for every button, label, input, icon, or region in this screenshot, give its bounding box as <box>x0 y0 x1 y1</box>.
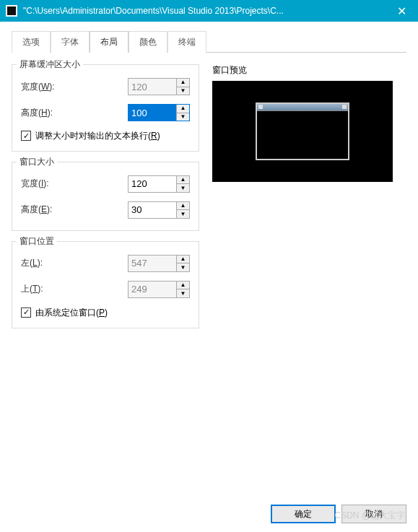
spin-down-icon[interactable]: ▼ <box>177 184 189 192</box>
group-winsize-title: 窗口大小 <box>17 156 57 168</box>
preview-window <box>256 103 349 160</box>
tab-strip: 选项 字体 布局 颜色 终端 <box>12 30 406 53</box>
spin-down-icon[interactable]: ▼ <box>177 113 189 121</box>
buffer-width-input[interactable] <box>129 79 176 95</box>
buffer-height-input[interactable] <box>129 105 176 121</box>
spin-down-icon[interactable]: ▼ <box>177 263 189 271</box>
group-buffer-size: 屏幕缓冲区大小 宽度(W): ▲ ▼ 高度(H): <box>12 64 199 152</box>
winpos-top-spinner[interactable]: ▲ ▼ <box>128 281 190 298</box>
tab-options[interactable]: 选项 <box>12 31 51 53</box>
spin-up-icon[interactable]: ▲ <box>177 105 189 113</box>
system-position-checkbox[interactable]: ✓ <box>21 308 31 318</box>
button-bar: 确定 取消 <box>271 505 406 523</box>
spin-up-icon[interactable]: ▲ <box>177 256 189 264</box>
spin-down-icon[interactable]: ▼ <box>177 289 189 297</box>
group-winpos-title: 窗口位置 <box>17 235 57 248</box>
buffer-width-label: 宽度(W): <box>21 81 128 93</box>
winsize-width-spinner[interactable]: ▲ ▼ <box>128 175 190 193</box>
winpos-left-label: 左(L): <box>21 257 128 269</box>
winpos-top-input[interactable] <box>129 282 176 297</box>
tab-color[interactable]: 颜色 <box>129 31 167 53</box>
close-button[interactable]: ✕ <box>386 0 418 22</box>
console-icon <box>6 5 17 17</box>
titlebar: "C:\Users\Administrator\Documents\Visual… <box>0 0 418 22</box>
buffer-height-spinner[interactable]: ▲ ▼ <box>128 104 190 121</box>
winsize-height-label: 高度(E): <box>21 204 128 216</box>
winpos-left-spinner[interactable]: ▲ ▼ <box>128 255 190 272</box>
winsize-height-spinner[interactable]: ▲ ▼ <box>128 201 190 219</box>
window-preview <box>212 81 393 182</box>
group-window-size: 窗口大小 宽度(I): ▲ ▼ 高度(E): <box>12 162 199 231</box>
spin-down-icon[interactable]: ▼ <box>177 87 189 95</box>
spin-up-icon[interactable]: ▲ <box>177 79 189 87</box>
spin-up-icon[interactable]: ▲ <box>177 282 189 290</box>
winsize-width-input[interactable] <box>129 176 176 192</box>
tab-terminal[interactable]: 终端 <box>167 31 206 53</box>
ok-button[interactable]: 确定 <box>271 505 336 523</box>
preview-window-titlebar <box>257 104 348 111</box>
system-position-label: 由系统定位窗口(P) <box>35 307 190 319</box>
group-window-position: 窗口位置 左(L): ▲ ▼ 上(T): <box>12 241 199 328</box>
wrap-checkbox[interactable]: ✓ <box>21 131 31 141</box>
buffer-width-spinner[interactable]: ▲ ▼ <box>128 78 190 95</box>
winsize-height-input[interactable] <box>129 202 176 218</box>
winpos-top-label: 上(T): <box>21 283 128 295</box>
preview-title: 窗口预览 <box>212 64 406 77</box>
tab-layout[interactable]: 布局 <box>90 31 129 53</box>
cancel-button[interactable]: 取消 <box>341 505 406 523</box>
tab-font[interactable]: 字体 <box>51 31 90 53</box>
wrap-label: 调整大小时对输出的文本换行(R) <box>35 130 190 142</box>
winsize-width-label: 宽度(I): <box>21 178 128 190</box>
buffer-height-label: 高度(H): <box>21 107 128 119</box>
spin-down-icon[interactable]: ▼ <box>177 210 189 218</box>
spin-up-icon[interactable]: ▲ <box>177 176 189 185</box>
group-buffer-title: 屏幕缓冲区大小 <box>17 58 83 71</box>
winpos-left-input[interactable] <box>129 256 176 271</box>
spin-up-icon[interactable]: ▲ <box>177 202 189 211</box>
window-title: "C:\Users\Administrator\Documents\Visual… <box>23 6 386 16</box>
